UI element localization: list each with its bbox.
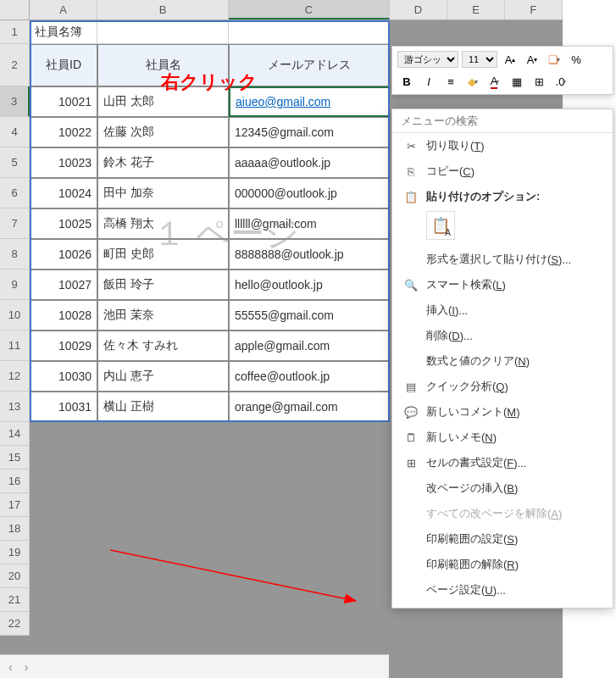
row-header[interactable]: 1	[0, 20, 30, 44]
row-header[interactable]: 11	[0, 331, 30, 361]
column-header-B[interactable]: B	[97, 0, 229, 19]
cell[interactable]: 10024	[30, 178, 97, 208]
row-header[interactable]: 9	[0, 270, 30, 300]
column-header-E[interactable]: E	[447, 0, 505, 19]
menu-item[interactable]: 🗒新しいメモ(N)	[392, 425, 613, 450]
menu-item[interactable]: ✂切り取り(T)	[392, 133, 613, 158]
row-header[interactable]: 15	[0, 446, 30, 470]
cell[interactable]: 内山 恵子	[97, 361, 229, 392]
nav-next-icon[interactable]: ›	[25, 660, 29, 674]
cell[interactable]: 田中 加奈	[97, 178, 229, 208]
cell[interactable]: 高橋 翔太	[97, 208, 229, 239]
cell[interactable]: 社員名	[97, 44, 229, 86]
menu-item[interactable]: 印刷範囲の解除(R)	[392, 552, 613, 577]
menu-item[interactable]: 📋貼り付けのオプション:	[392, 184, 613, 209]
decrease-font-icon[interactable]: A▾	[523, 50, 541, 69]
font-select[interactable]: 游ゴシック	[397, 51, 458, 68]
cell[interactable]: 10030	[30, 361, 97, 392]
cell[interactable]: 町田 史郎	[97, 239, 229, 270]
cell[interactable]: llllll@gmail.com	[229, 208, 390, 239]
cell[interactable]: 池田 茉奈	[97, 300, 229, 331]
cell[interactable]: coffee@outlook.jp	[229, 361, 390, 392]
cell[interactable]: 社員名簿	[30, 20, 97, 44]
column-header-D[interactable]: D	[390, 0, 447, 19]
row-header[interactable]: 17	[0, 493, 30, 517]
cell[interactable]: メールアドレス	[229, 44, 390, 86]
increase-font-icon[interactable]: A▴	[501, 50, 519, 69]
cell[interactable]: 10031	[30, 392, 97, 422]
menu-item[interactable]: 形式を選択して貼り付け(S)...	[392, 247, 613, 272]
select-all-corner[interactable]	[0, 0, 30, 20]
menu-item[interactable]: ▤クイック分析(Q)	[392, 374, 613, 399]
menu-search-box[interactable]	[392, 109, 613, 133]
cell[interactable]: 10022	[30, 117, 97, 147]
italic-button[interactable]: I	[419, 72, 438, 91]
cell[interactable]: 社員ID	[30, 44, 97, 86]
number-format-button[interactable]: .0▾	[552, 72, 570, 91]
row-header[interactable]: 6	[0, 178, 30, 208]
cell[interactable]: 8888888@outlook.jp	[229, 239, 390, 270]
cell[interactable]: 10023	[30, 147, 97, 178]
menu-item[interactable]: ページ設定(U)...	[392, 577, 613, 603]
row-header[interactable]: 19	[0, 541, 30, 564]
menu-item[interactable]: ⊞セルの書式設定(F)...	[392, 450, 613, 475]
row-header[interactable]: 18	[0, 517, 30, 541]
row-header[interactable]: 14	[0, 422, 30, 446]
format-painter-icon[interactable]: ❏▾	[545, 50, 563, 69]
column-header-F[interactable]: F	[505, 0, 563, 19]
cell[interactable]: 10025	[30, 208, 97, 239]
cell[interactable]: aiueo@gmail.com	[229, 86, 390, 117]
cell[interactable]: 55555@gmail.com	[229, 300, 390, 331]
row-header[interactable]: 4	[0, 117, 30, 147]
fill-color-button[interactable]: ◆▾	[463, 72, 482, 91]
menu-item[interactable]: 数式と値のクリア(N)	[392, 348, 613, 374]
cell[interactable]: 横山 正樹	[97, 392, 229, 422]
cell[interactable]: 000000@outlook.jp	[229, 178, 390, 208]
cell[interactable]: 10027	[30, 270, 97, 300]
row-header[interactable]: 12	[0, 361, 30, 392]
column-header-C[interactable]: C	[229, 0, 390, 19]
menu-item[interactable]: 💬新しいコメント(M)	[392, 399, 613, 425]
cell[interactable]: 10021	[30, 86, 97, 117]
cell[interactable]: aaaaa@outlook.jp	[229, 147, 390, 178]
cell[interactable]: 10029	[30, 331, 97, 361]
menu-item[interactable]: 削除(D)...	[392, 323, 613, 348]
menu-item[interactable]: 改ページの挿入(B)	[392, 475, 613, 501]
align-button[interactable]: ≡	[441, 72, 460, 91]
menu-item[interactable]: 🔍スマート検索(L)	[392, 272, 613, 297]
cell[interactable]: 山田 太郎	[97, 86, 229, 117]
menu-item[interactable]: 印刷範囲の設定(S)	[392, 526, 613, 552]
row-header[interactable]: 7	[0, 208, 30, 239]
paste-option-default[interactable]: 📋A	[426, 211, 455, 240]
cell[interactable]: 佐々木 すみれ	[97, 331, 229, 361]
row-header[interactable]: 13	[0, 392, 30, 422]
merge-button[interactable]: ⊞	[530, 72, 548, 91]
menu-item[interactable]: ⎘コピー(C)	[392, 158, 613, 184]
row-header[interactable]: 21	[0, 588, 30, 612]
menu-item[interactable]: 挿入(I)...	[392, 297, 613, 323]
percent-icon[interactable]: %	[567, 50, 585, 69]
row-header[interactable]: 3	[0, 86, 30, 117]
nav-prev-icon[interactable]: ‹	[8, 660, 13, 674]
row-header[interactable]: 10	[0, 300, 30, 331]
cell[interactable]: 飯田 玲子	[97, 270, 229, 300]
row-header[interactable]: 5	[0, 147, 30, 178]
column-header-A[interactable]: A	[30, 0, 97, 19]
cell[interactable]	[97, 20, 229, 44]
cell[interactable]	[229, 20, 390, 44]
cell[interactable]: orange@gmail.com	[229, 392, 390, 422]
cell[interactable]: 鈴木 花子	[97, 147, 229, 178]
row-header[interactable]: 16	[0, 470, 30, 493]
cell[interactable]: apple@gmail.com	[229, 331, 390, 361]
menu-search-input[interactable]	[401, 114, 604, 127]
cell[interactable]: hello@outlook.jp	[229, 270, 390, 300]
row-header[interactable]: 2	[0, 44, 30, 86]
font-size-select[interactable]: 11	[462, 51, 497, 68]
cell[interactable]: 10026	[30, 239, 97, 270]
font-color-button[interactable]: A▾	[486, 72, 504, 91]
cell[interactable]: 10028	[30, 300, 97, 331]
row-header[interactable]: 8	[0, 239, 30, 270]
row-header[interactable]: 20	[0, 564, 30, 588]
cell[interactable]: 12345@gmail.com	[229, 117, 390, 147]
border-button[interactable]: ▦	[508, 72, 526, 91]
